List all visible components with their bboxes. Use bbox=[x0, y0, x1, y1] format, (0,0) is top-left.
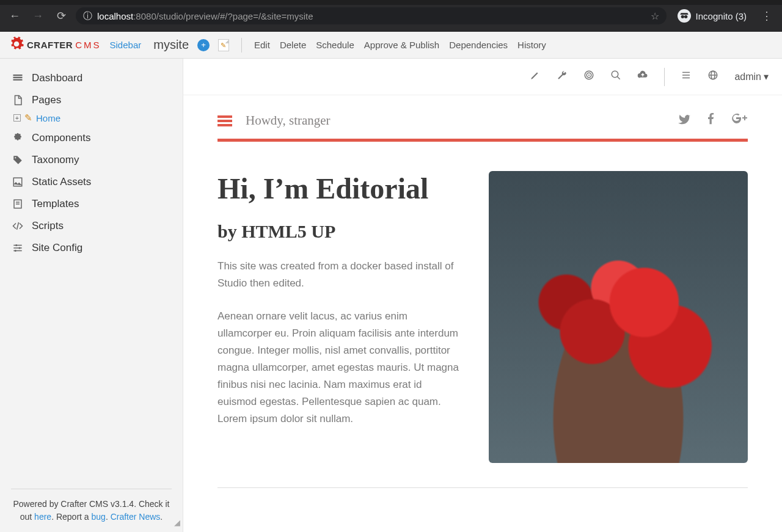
sidebar-item-site-config[interactable]: Site Config bbox=[11, 237, 172, 259]
google-plus-icon[interactable] bbox=[731, 112, 748, 129]
browser-menu-button[interactable]: ⋮ bbox=[758, 9, 776, 23]
site-name[interactable]: mysite bbox=[153, 38, 189, 52]
sidebar-item-components[interactable]: Components bbox=[11, 127, 172, 149]
tag-icon bbox=[11, 155, 24, 166]
template-icon bbox=[11, 199, 24, 210]
crafter-logo[interactable]: CRAFTERCMS bbox=[9, 36, 101, 54]
sidebar: Dashboard Pages + ✎ Home Components Taxo… bbox=[0, 59, 183, 532]
resize-grip[interactable]: ◢ bbox=[172, 521, 180, 530]
main-panel: admin ▾ Howdy, stranger Hi, I’m Editoria… bbox=[183, 59, 782, 532]
twitter-icon[interactable] bbox=[678, 112, 692, 129]
browser-reload-button[interactable]: ⟳ bbox=[53, 7, 70, 24]
browser-back-button[interactable]: ← bbox=[6, 7, 23, 24]
sidebar-item-scripts[interactable]: Scripts bbox=[11, 215, 172, 237]
browser-address-bar[interactable]: ⓘ localhost:8080/studio/preview/#/?page=… bbox=[76, 7, 667, 24]
separator bbox=[664, 68, 665, 86]
chevron-down-icon: ▾ bbox=[764, 71, 769, 82]
svg-point-17 bbox=[612, 71, 619, 78]
sidebar-item-pages[interactable]: Pages bbox=[11, 89, 172, 111]
sidebar-label: Scripts bbox=[32, 220, 64, 232]
footer-text: . bbox=[160, 512, 163, 522]
footer-text: . bbox=[106, 512, 111, 522]
article: Hi, I’m Editorial by HTML5 UP This site … bbox=[217, 171, 748, 463]
action-dependencies[interactable]: Dependencies bbox=[449, 40, 508, 50]
sidebar-item-static-assets[interactable]: Static Assets bbox=[11, 171, 172, 193]
sidebar-label: Dashboard bbox=[32, 72, 82, 84]
browser-forward-button[interactable]: → bbox=[29, 7, 46, 24]
facebook-icon[interactable] bbox=[705, 112, 717, 129]
action-schedule[interactable]: Schedule bbox=[316, 40, 354, 50]
page-icon bbox=[11, 95, 24, 106]
footer-text: . Report a bbox=[51, 512, 91, 522]
menu-icon[interactable] bbox=[681, 70, 692, 84]
footer-link-news[interactable]: Crafter News bbox=[111, 512, 161, 522]
svg-rect-0 bbox=[13, 75, 23, 76]
tree-item-home[interactable]: + ✎ Home bbox=[11, 111, 172, 127]
tree-item-label: Home bbox=[36, 113, 60, 123]
article-image bbox=[489, 171, 748, 463]
article-body: Aenean ornare velit lacus, ac varius eni… bbox=[217, 308, 462, 428]
action-edit[interactable]: Edit bbox=[254, 40, 270, 50]
sidebar-label: Templates bbox=[32, 198, 79, 210]
separator bbox=[241, 38, 242, 53]
article-intro: This site was created from a docker base… bbox=[217, 258, 462, 292]
incognito-indicator[interactable]: Incognito (3) bbox=[673, 9, 751, 23]
bookmark-star-icon[interactable]: ☆ bbox=[651, 10, 659, 22]
site-header: Howdy, stranger bbox=[217, 112, 748, 142]
article-subtitle: by HTML5 UP bbox=[217, 221, 462, 242]
incognito-icon bbox=[678, 9, 691, 23]
action-history[interactable]: History bbox=[517, 40, 546, 50]
browser-chrome: ← → ⟳ ⓘ localhost:8080/studio/preview/#/… bbox=[0, 0, 782, 32]
browser-tab-strip bbox=[0, 0, 782, 5]
sidebar-footer: Powered by Crafter CMS v3.1.4. Check it … bbox=[11, 489, 172, 532]
article-title: Hi, I’m Editorial bbox=[217, 171, 462, 206]
footer-link-here[interactable]: here bbox=[34, 512, 51, 522]
user-menu[interactable]: admin ▾ bbox=[734, 71, 769, 82]
dashboard-icon bbox=[11, 73, 24, 84]
url-host: localhost bbox=[97, 11, 133, 21]
pencil-icon: ✎ bbox=[221, 42, 226, 49]
svg-point-3 bbox=[15, 157, 16, 158]
svg-point-13 bbox=[15, 250, 16, 252]
sidebar-item-taxonomy[interactable]: Taxonomy bbox=[11, 149, 172, 171]
user-label: admin bbox=[734, 71, 761, 82]
image-icon bbox=[11, 177, 24, 188]
action-approve-publish[interactable]: Approve & Publish bbox=[364, 40, 439, 50]
sidebar-label: Pages bbox=[32, 94, 61, 106]
sidebar-item-templates[interactable]: Templates bbox=[11, 193, 172, 215]
action-delete[interactable]: Delete bbox=[280, 40, 306, 50]
puzzle-icon bbox=[11, 133, 24, 144]
gear-logo-icon bbox=[9, 36, 24, 54]
svg-point-11 bbox=[19, 247, 21, 249]
page-actions: Edit Delete Schedule Approve & Publish D… bbox=[254, 40, 546, 50]
preview-toolbar: admin ▾ bbox=[183, 59, 782, 95]
globe-icon[interactable] bbox=[707, 70, 718, 84]
url-path: :8080/studio/preview/#/?page=/&site=mysi… bbox=[133, 11, 313, 21]
search-icon[interactable] bbox=[610, 70, 621, 84]
preview-frame: Howdy, stranger Hi, I’m Editorial by HTM… bbox=[183, 95, 782, 532]
expand-icon[interactable]: + bbox=[13, 114, 21, 122]
sidebar-label: Taxonomy bbox=[32, 154, 79, 166]
incognito-label: Incognito (3) bbox=[696, 11, 747, 21]
target-icon[interactable] bbox=[583, 70, 594, 84]
sidebar-label: Components bbox=[32, 132, 90, 144]
sidebar-label: Static Assets bbox=[32, 176, 91, 188]
svg-rect-2 bbox=[13, 79, 23, 81]
article-divider bbox=[217, 487, 748, 488]
cloud-upload-icon[interactable] bbox=[637, 70, 648, 84]
app-topbar: CRAFTERCMS Sidebar mysite + ✎ Edit Delet… bbox=[0, 32, 782, 59]
wrench-icon[interactable] bbox=[557, 70, 568, 84]
svg-rect-1 bbox=[13, 77, 23, 78]
add-button[interactable]: + bbox=[197, 39, 210, 51]
svg-line-18 bbox=[618, 76, 621, 79]
sidebar-toggle[interactable]: Sidebar bbox=[110, 40, 142, 50]
svg-point-9 bbox=[15, 244, 17, 246]
svg-point-16 bbox=[588, 75, 590, 76]
edit-page-button[interactable]: ✎ bbox=[218, 39, 229, 51]
footer-link-bug[interactable]: bug bbox=[92, 512, 106, 522]
sidebar-item-dashboard[interactable]: Dashboard bbox=[11, 67, 172, 89]
greeting-text: Howdy, stranger bbox=[246, 113, 331, 128]
pencil-icon[interactable] bbox=[530, 70, 541, 84]
hamburger-icon[interactable] bbox=[217, 114, 232, 128]
sliders-icon bbox=[11, 242, 24, 253]
